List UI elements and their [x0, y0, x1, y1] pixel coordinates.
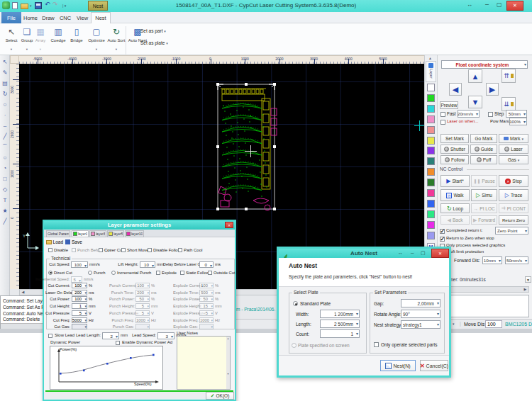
- ribbon-button-auto-sort[interactable]: ↻Auto Sort▾: [106, 26, 126, 51]
- ok-button[interactable]: ✓OK(O): [206, 392, 234, 400]
- minimize-button[interactable]: –: [411, 249, 414, 256]
- length-select[interactable]: 2 500mm: [320, 320, 360, 328]
- set-mark-button[interactable]: Set Mark: [440, 134, 469, 143]
- param-input[interactable]: 5▾: [72, 310, 87, 316]
- user-notes-box[interactable]: ▴▾: [177, 336, 231, 390]
- ribbon-button-coedge[interactable]: ▥Coedge: [49, 26, 67, 51]
- only-selected-checkbox[interactable]: [374, 342, 379, 347]
- forward-button[interactable]: ▶Forward: [471, 215, 497, 225]
- lead-length-input[interactable]: 2: [102, 332, 119, 339]
- tab-home[interactable]: Home: [21, 12, 40, 23]
- jog-right-button[interactable]: ▶: [486, 83, 499, 96]
- ribbon-button-select[interactable]: ↖Select▾: [3, 26, 20, 51]
- width-select[interactable]: 1 200mm: [320, 310, 360, 318]
- preview-button[interactable]: Preview: [440, 101, 458, 109]
- jog-down-button[interactable]: ▼: [468, 96, 482, 108]
- select-arrow-icon[interactable]: ↖: [1, 57, 9, 67]
- open-caret-icon[interactable]: ▾: [30, 4, 32, 8]
- layer-swatch[interactable]: [427, 157, 435, 165]
- return-to-zero-checkbox[interactable]: [440, 237, 445, 242]
- ribbon-button-array[interactable]: ▦Array▾: [33, 26, 48, 51]
- gas-button[interactable]: Gas▾: [499, 155, 528, 164]
- tab-nest[interactable]: Nest: [91, 12, 111, 23]
- follow-button[interactable]: Follow: [440, 155, 469, 164]
- param-input[interactable]: 200▾: [72, 290, 87, 295]
- pause-button[interactable]: ❚❚Pause: [471, 175, 497, 187]
- completed-return-select[interactable]: Zero Point: [495, 227, 528, 235]
- forward-dis-select[interactable]: 10mm: [482, 256, 502, 264]
- layer-swatch[interactable]: [427, 84, 435, 91]
- guide-button[interactable]: Guide: [470, 145, 497, 154]
- pie-icon[interactable]: ◔: [1, 164, 9, 173]
- loop-button[interactable]: ↻Loop: [440, 203, 470, 213]
- jog-left-button[interactable]: ◀: [449, 83, 462, 96]
- gap-select[interactable]: 2,00mm: [401, 299, 440, 307]
- panel-scroll-down-icon[interactable]: ▼: [525, 276, 531, 283]
- new-file-icon[interactable]: [12, 2, 18, 9]
- walk-button[interactable]: ◇Walk: [440, 189, 470, 201]
- pt-loc-button[interactable]: →Pt LOC: [471, 203, 497, 213]
- circle-icon[interactable]: ○: [1, 153, 9, 162]
- zoom-icon[interactable]: ○: [1, 100, 9, 109]
- param-input[interactable]: 100▾: [72, 283, 87, 288]
- cancel-button[interactable]: ✕Cancel(C): [420, 360, 448, 371]
- power-manual-select[interactable]: 100%: [509, 118, 527, 125]
- step-select[interactable]: 50mm: [506, 110, 527, 118]
- arc-icon[interactable]: ⌒: [1, 142, 9, 152]
- param-input[interactable]: 1▾: [72, 303, 87, 309]
- step-checkbox[interactable]: [488, 112, 493, 117]
- dialog-titlebar[interactable]: Auto Nest ↔ – ▢ ✕: [279, 249, 449, 258]
- maximize-button[interactable]: ▢: [497, 1, 502, 8]
- layer-swatch[interactable]: [427, 189, 435, 197]
- layer-swatch[interactable]: [427, 221, 435, 229]
- rotate-icon[interactable]: ↻: [1, 89, 9, 98]
- ribbon-button-bridge[interactable]: ▯Bridge: [68, 26, 85, 51]
- start-button[interactable]: ▶Start*: [440, 175, 470, 187]
- close-button[interactable]: ✕: [431, 249, 449, 258]
- ribbon-button-optimize[interactable]: ▢Optimize▾: [87, 26, 106, 51]
- notes-scrollbar[interactable]: ▴▾: [226, 337, 230, 389]
- point-icon[interactable]: ·: [1, 111, 9, 120]
- layer-swatch[interactable]: [427, 200, 435, 208]
- floating-nest-tab[interactable]: Nest: [88, 1, 108, 11]
- completed-return-checkbox[interactable]: [440, 229, 445, 234]
- fast-checkbox[interactable]: [440, 112, 445, 117]
- go-mark-button[interactable]: Go Mark: [470, 134, 497, 143]
- nest-button[interactable]: Nest(N): [380, 360, 416, 371]
- scroll-right-icon[interactable]: ▶: [522, 287, 528, 292]
- layer-swatch[interactable]: [427, 147, 435, 154]
- tab-view[interactable]: View: [74, 12, 91, 23]
- follow-down-button[interactable]: ⇊: [501, 97, 516, 111]
- count-select[interactable]: 1: [320, 329, 360, 338]
- layer-swatch[interactable]: [427, 210, 435, 218]
- set-as-part-button[interactable]: Set as part ▾: [140, 28, 166, 34]
- standard-plate-radio[interactable]: [293, 301, 298, 306]
- tab-cnc[interactable]: CNC: [57, 12, 74, 23]
- divider-icon[interactable]: –: [1, 121, 9, 130]
- maximize-button[interactable]: ▢: [421, 250, 426, 256]
- enable-dynamic-checkbox[interactable]: [116, 341, 120, 345]
- nest-strategy-select[interactable]: strategy1: [401, 320, 440, 329]
- measure-icon[interactable]: ╱: [1, 217, 9, 226]
- layer-tab[interactable]: Layer: [426, 61, 436, 82]
- return-zero-button[interactable]: Return Zero: [499, 215, 528, 225]
- simu-button[interactable]: ▷Simu: [471, 189, 497, 201]
- text-icon[interactable]: T: [1, 196, 9, 205]
- slow-lead-checkbox[interactable]: [48, 334, 52, 338]
- redo-icon[interactable]: ↷: [52, 1, 58, 8]
- fill-icon[interactable]: ▤: [1, 79, 9, 88]
- rectangle-icon[interactable]: □: [1, 174, 9, 183]
- part-list-box[interactable]: [439, 295, 529, 317]
- scroll-left-icon[interactable]: ◀: [20, 290, 26, 295]
- coordinate-system-select[interactable]: Float coordinate system: [441, 60, 528, 69]
- layer-swatch[interactable]: [427, 126, 435, 134]
- follow-up-button[interactable]: ⇈: [501, 69, 516, 83]
- minimize-button[interactable]: –: [485, 1, 489, 8]
- shutter-button[interactable]: Shutter: [440, 145, 469, 154]
- mark-button[interactable]: Mark▾: [499, 134, 528, 143]
- param-input[interactable]: 100▾: [72, 296, 87, 302]
- back-button[interactable]: ◀Back: [440, 215, 470, 225]
- laser-on-checkbox[interactable]: [440, 120, 445, 125]
- jog-up-button[interactable]: ▲: [468, 69, 482, 83]
- lead-speed-input[interactable]: 3: [157, 332, 174, 339]
